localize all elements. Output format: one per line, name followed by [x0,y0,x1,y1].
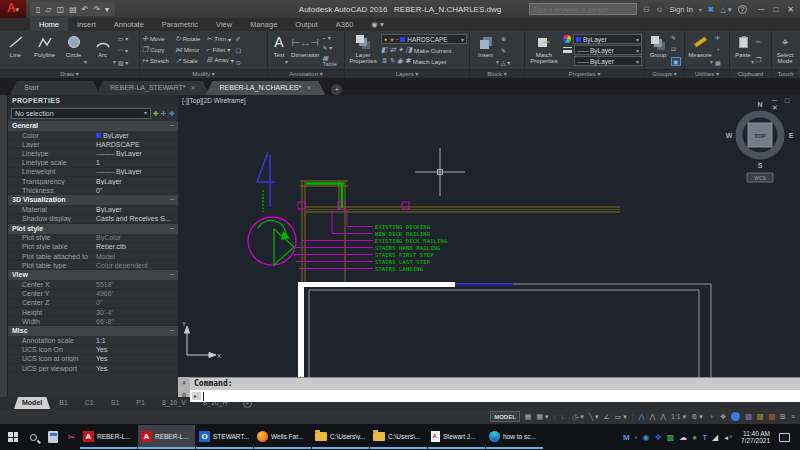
search-input[interactable] [529,3,637,15]
volume-icon[interactable]: ◄⁾⁾ [723,434,732,441]
insert-tool[interactable]: Insert▾ [472,32,499,68]
minimize-button[interactable]: ─ [759,5,765,14]
section-misc[interactable]: Misc− [8,326,178,336]
fullscreen-icon[interactable]: ⊞ [780,413,786,421]
panel-label-block[interactable]: Block ▾ [470,69,524,78]
tray-cloud-icon[interactable]: ☁ [679,433,687,442]
action-center-icon[interactable] [779,433,790,442]
text-tool[interactable]: A Text▾ [270,32,288,68]
line-tool[interactable]: Line [2,32,29,68]
array-tool[interactable]: ⊞Array ▾ [206,56,233,64]
match-properties-tool[interactable]: ✑ Match Properties [527,32,561,68]
qat-dropdown-icon[interactable]: ▾ [105,5,109,14]
tray-circle-icon[interactable]: ◉ [643,433,650,442]
prop-row-ucs-icon-on[interactable]: UCS icon OnYes [8,346,178,355]
help-icon[interactable]: ? [738,5,747,14]
layout-tab-c1[interactable]: C1 [77,397,102,409]
quick-calc-icon[interactable]: ＋ [715,45,721,54]
drawing-canvas[interactable]: EXISTING DECKING NEW DECK RAILING EXISTI… [178,95,800,377]
arc-tool[interactable]: Arc▾ [89,32,116,68]
taskbar-app-firefox[interactable]: Wells Far... [254,425,311,449]
undo-icon[interactable]: ↶ [82,5,89,14]
sign-in-dropdown-icon[interactable]: ▾ [699,6,702,13]
prop-row-plot-style[interactable]: Plot styleByColor [8,234,178,243]
polar-tracking-icon[interactable]: ◷ ▾ [572,413,584,421]
layer-merge-icon[interactable]: ◉ [397,57,403,65]
viewport-controls[interactable]: [-][Top][2D Wireframe] [182,97,246,104]
panel-label-clipboard[interactable]: Clipboard [730,69,771,78]
annotation-monitor-icon[interactable]: ＋ [708,412,715,422]
section-3d-visualization[interactable]: 3D Visualization− [8,195,178,205]
tray-chat-icon[interactable]: ● [692,433,697,442]
ribbon-display-icon[interactable]: ◉ ▾ [362,18,392,31]
snipping-tool-icon[interactable]: ✂ [63,432,80,442]
prop-row-ucs-per-viewport[interactable]: UCS per viewportYes [8,364,178,373]
prop-row-plot-table-type[interactable]: Plot table typeColor dependent [8,261,178,270]
object-snap-icon[interactable]: ▭ ▾ [615,413,627,421]
osnap-tracking-icon[interactable]: ∠ [604,413,610,421]
isodraft-icon[interactable]: ╲ ▾ [589,413,599,421]
scale-tool[interactable]: ↗Scale [175,57,201,65]
ortho-icon[interactable]: ∟ [560,413,567,420]
rotate-tool[interactable]: ↻Rotate [175,35,201,43]
layout-tab-8-10-v[interactable]: 8_10_V [154,397,194,409]
prop-row-color[interactable]: ColorByLayer [8,131,178,140]
polyline-tool[interactable]: Polyline [31,32,58,68]
annotation-scale-icon[interactable]: ⋀ [660,413,666,421]
layout-tab-model[interactable]: Model [14,397,50,409]
autoscale-icon[interactable]: ⋀ [649,413,655,421]
prop-row-center-z[interactable]: Center Z0" [8,299,178,308]
prop-row-thickness[interactable]: Thickness0" [8,186,178,195]
taskbar-app-reber1[interactable]: AREBER-L... [80,425,137,449]
tray-app-icon[interactable]: ▪ [635,433,638,442]
copy-clip-icon[interactable]: ❐ [756,56,761,63]
taskbar-app-reber2[interactable]: AREBER-L... [138,425,195,449]
leader-icon[interactable]: ⌐ ▾ [323,34,342,41]
tab-insert[interactable]: Insert [68,18,105,31]
id-point-icon[interactable]: ▦ [715,59,721,66]
prop-row-shadow-display[interactable]: Shadow displayCasts and Receives S... [8,215,178,224]
layer-freeze-icon[interactable]: ☀ [389,36,394,43]
explode-icon[interactable]: ❏ [236,47,241,54]
close-tab-icon[interactable]: ✕ [190,85,195,91]
prop-row-height[interactable]: Height30'-4" [8,308,178,317]
command-input[interactable]: ▸. [190,390,800,402]
prop-row-linetype-scale[interactable]: Linetype scale1 [8,159,178,168]
start-button[interactable] [8,432,18,442]
match-layer-button[interactable]: Match Layer [413,58,447,65]
redo-icon[interactable]: ↷ [93,5,100,14]
group-edit-icon[interactable]: ⊡ [671,45,681,52]
hatch-icon[interactable]: ▨ ▾ [118,59,128,66]
ellipse-icon[interactable]: ◠ ▾ [118,47,128,54]
layout-tab-s1[interactable]: S1 [103,397,128,409]
color-wheel-icon[interactable] [563,35,571,43]
tab-view[interactable]: View [207,18,241,31]
maximize-button[interactable]: □ [773,5,778,14]
prop-row-annotation-scale[interactable]: Annotation scale1:1 [8,336,178,345]
collapse-icon[interactable]: − [170,121,174,131]
isolate-objects-icon[interactable]: ▨ [745,413,752,421]
tray-m-icon[interactable]: M [623,433,630,442]
erase-icon[interactable]: ✐ [236,35,241,42]
graphics-performance-icon[interactable]: ▨ [768,413,775,421]
tab-a360[interactable]: A360 [327,18,363,31]
mirror-tool[interactable]: ⋈Mirror [175,46,201,54]
tray-photos-icon[interactable]: ▩ [667,433,675,442]
select-mode-tool[interactable]: ⌖ Select Mode [774,32,796,68]
exchange-apps-icon[interactable]: ✖ [708,5,714,14]
panel-label-touch[interactable]: Touch [772,69,799,78]
prop-row-ucs-icon-origin[interactable]: UCS icon at originYes [8,355,178,364]
prop-row-plot-style-table[interactable]: Plot style tableReber.ctb [8,243,178,252]
circle-tool[interactable]: Circle▾ [60,32,87,68]
tab-annotate[interactable]: Annotate [105,18,153,31]
create-block-icon[interactable]: ⊕ [501,35,510,42]
wcs-dropdown[interactable]: WCS [747,173,773,182]
cut-icon[interactable]: ✂ [756,38,761,45]
file-tab-stewart[interactable]: REBER-LA_STEWART*✕ [96,81,210,95]
plot-icon[interactable]: ▤ [69,5,77,14]
prop-row-transparency[interactable]: TransparencyByLayer [8,177,178,186]
taskbar-clock[interactable]: 11:40 AM 7/27/2021 [741,430,770,445]
layer-lock-icon[interactable]: ▪ [396,36,398,42]
taskbar-app-outlook[interactable]: OSTEWART... [196,425,253,449]
scale-value-dropdown[interactable]: 1:1 ▾ [671,413,686,421]
